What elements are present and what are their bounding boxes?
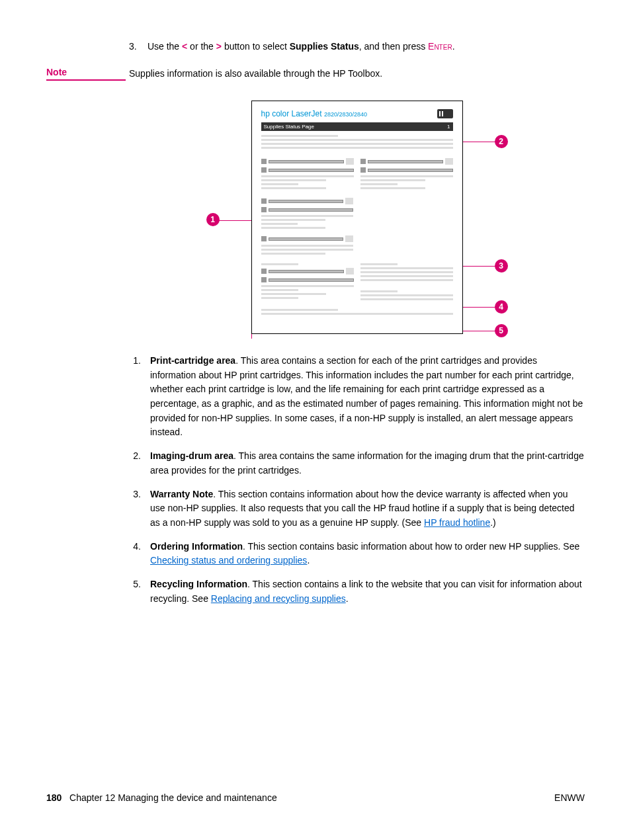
item-title: Recycling Information: [150, 579, 247, 589]
callout-3: 3: [495, 259, 508, 273]
step-dot: .: [452, 41, 455, 52]
step-number: 3.: [129, 40, 145, 54]
enter-key-label: Enter: [428, 41, 452, 52]
less-than-icon: <: [182, 41, 187, 52]
callout-line: [463, 331, 496, 331]
callout-line: [463, 266, 496, 267]
list-number: 3.: [129, 487, 150, 530]
item-body-pre: . This section contains information abou…: [150, 489, 575, 528]
list-item: 1. Print-cartridge area. This area conta…: [129, 354, 585, 440]
callout-2: 2: [495, 135, 508, 148]
note-row: Note Supplies information is also availa…: [46, 67, 585, 81]
diagram-container: 1 2 3 4 5 hp color LaserJet 2820/2830/28…: [218, 101, 496, 334]
item-body-post: .: [307, 555, 310, 566]
item-body-post: .): [490, 517, 496, 528]
diagram-subhead-left: Supplies Status Page: [264, 124, 315, 130]
note-label: Note: [46, 67, 126, 81]
item-title: Print-cartridge area: [150, 355, 235, 366]
callout-1: 1: [206, 213, 220, 226]
fraud-hotline-link[interactable]: HP fraud hotline: [424, 517, 490, 528]
list-number: 2.: [129, 449, 150, 478]
list-item: 5. Recycling Information. This section c…: [129, 577, 585, 606]
list-number: 5.: [129, 577, 150, 606]
item-title: Warranty Note: [150, 489, 213, 499]
chapter-title: Chapter 12 Managing the device and maint…: [69, 792, 277, 803]
step-text-mid1: or the: [187, 41, 216, 52]
callout-4: 4: [495, 300, 508, 314]
greater-than-icon: >: [216, 41, 222, 52]
callout-5: 5: [495, 324, 508, 337]
item-title: Imaging-drum area: [150, 450, 233, 461]
step-text-post: , and then press: [359, 41, 428, 52]
diagram-brand: hp color LaserJet: [261, 109, 322, 118]
hp-logo-icon: [437, 109, 453, 118]
item-body-pre: . This section contains basic informatio…: [243, 541, 579, 552]
recycling-supplies-link[interactable]: Replacing and recycling supplies: [211, 593, 346, 604]
ordering-supplies-link[interactable]: Checking status and ordering supplies: [150, 555, 307, 566]
step-text-pre: Use the: [147, 41, 182, 52]
item-body: . This area contains a section for each …: [150, 355, 583, 437]
supplies-status-page-preview: hp color LaserJet 2820/2830/2840 Supplie…: [251, 101, 463, 334]
list-number: 1.: [129, 354, 150, 440]
list-number: 4.: [129, 540, 150, 568]
page-footer: 180 Chapter 12 Managing the device and m…: [46, 792, 585, 803]
diagram-subhead-right: 1: [447, 124, 450, 130]
step-bold: Supplies Status: [290, 41, 359, 52]
list-item: 4. Ordering Information. This section co…: [129, 540, 585, 568]
description-list: 1. Print-cartridge area. This area conta…: [129, 354, 585, 606]
callout-line: [463, 307, 496, 308]
language-code: ENWW: [554, 792, 585, 803]
step-text-mid2: button to select: [222, 41, 290, 52]
instruction-step: 3. Use the < or the > button to select S…: [129, 40, 585, 54]
item-title: Ordering Information: [150, 541, 243, 552]
item-body-post: .: [346, 593, 349, 604]
list-item: 2. Imaging-drum area. This area contains…: [129, 449, 585, 478]
callout-line: [218, 220, 251, 221]
page-number: 180: [46, 792, 62, 803]
list-item: 3. Warranty Note. This section contains …: [129, 487, 585, 530]
diagram-model: 2820/2830/2840: [324, 111, 367, 118]
callout-line: [463, 142, 496, 142]
note-text: Supplies information is also available t…: [129, 67, 382, 81]
